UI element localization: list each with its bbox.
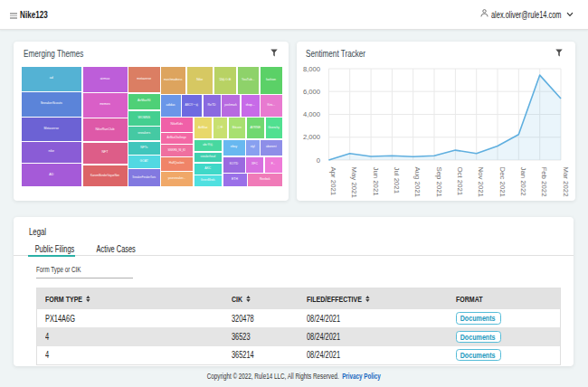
svg-text:Feb 2022: Feb 2022 — [540, 166, 547, 196]
svg-text:Jun 2021: Jun 2021 — [371, 166, 378, 195]
svg-text:Oct 2021: Oct 2021 — [456, 166, 463, 195]
svg-text:2,000: 2,000 — [302, 133, 319, 141]
svg-text:May 2021: May 2021 — [350, 166, 357, 197]
svg-text:Sep 2021: Sep 2021 — [434, 166, 441, 196]
svg-text:Dec 2021: Dec 2021 — [498, 166, 505, 196]
svg-text:8,000: 8,000 — [302, 64, 319, 72]
svg-text:Mar 2022: Mar 2022 — [561, 166, 568, 196]
svg-text:6,000: 6,000 — [302, 87, 319, 95]
svg-text:0: 0 — [316, 156, 319, 164]
svg-text:Apr 2021: Apr 2021 — [329, 166, 337, 195]
svg-text:Jan 2022: Jan 2022 — [518, 166, 526, 195]
svg-text:Aug 2021: Aug 2021 — [413, 166, 421, 196]
svg-text:Jul 2021: Jul 2021 — [393, 166, 400, 194]
svg-text:Nov 2021: Nov 2021 — [477, 166, 484, 196]
svg-text:4,000: 4,000 — [302, 110, 319, 118]
